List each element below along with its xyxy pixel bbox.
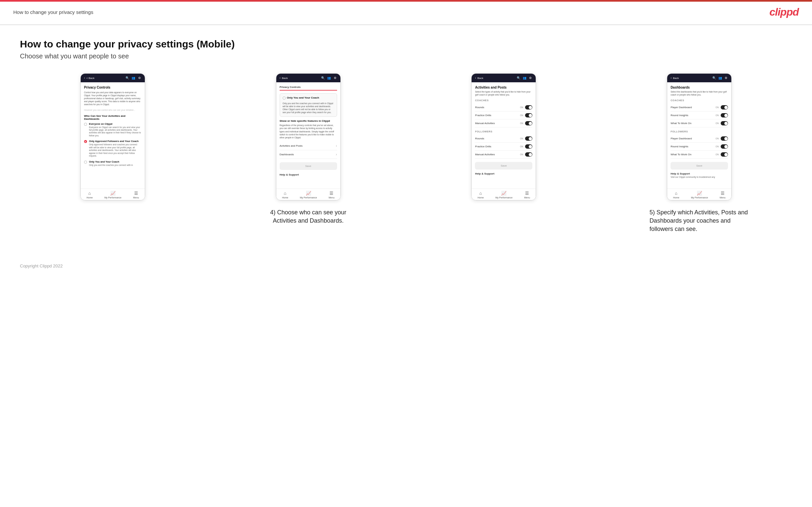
coaches-drills-label-3: Practice Drills [475,114,491,117]
search-icon-1[interactable]: 🔍 [125,76,130,80]
phone-header-4: ‹ Back 🔍 👥 ⚙ [667,74,731,82]
search-icon-4[interactable]: 🔍 [712,76,716,80]
save-button-2[interactable]: Save [280,162,337,170]
dashboards-title-4: Dashboards [670,86,728,89]
radio-desc-followers: Only approved followers and coaches you … [89,143,142,157]
toggle-coaches-rounds[interactable] [525,105,532,110]
search-icon-3[interactable]: 🔍 [516,76,520,80]
footer-menu-label-3: Menu [524,196,530,199]
settings-icon-2[interactable]: ⚙ [333,76,337,80]
help-row-3: Help & Support [475,172,532,175]
phone-back-4[interactable]: ‹ Back [670,76,679,79]
toggle-coaches-work[interactable] [721,121,728,125]
radio-option-coach[interactable]: Only You and Your Coach Only you and the… [84,160,142,167]
save-button-4[interactable]: Save [670,162,728,170]
toggle-followers-manual[interactable] [525,152,532,157]
phone-header-icons-3: 🔍 👥 ⚙ [516,76,532,80]
footer-home-label-4: Home [673,196,679,199]
footer-home-label-3: Home [477,196,484,199]
radio-circle-followers[interactable] [84,140,87,143]
coaches-player-label-4: Player Dashboard [670,106,692,109]
toggle-right-followers-insights: ON [715,144,728,149]
radio-circle-everyone[interactable] [84,123,87,126]
footer-perf-3[interactable]: 📈 My Performance [496,191,512,199]
phone-2: ‹ Back 🔍 👥 ⚙ Privacy Controls [276,73,341,201]
phone-back-1[interactable]: ‹ < Back [84,76,95,79]
phone-back-3[interactable]: ‹ Back [475,76,483,79]
people-icon-1[interactable]: 👥 [132,76,136,80]
footer-perf-2[interactable]: 📈 My Performance [300,191,317,199]
on-label-followers-manual: ON [520,153,523,156]
footer-home-3[interactable]: ⌂ Home [477,191,484,199]
home-icon-3: ⌂ [479,191,482,196]
page-heading: How to change your privacy settings (Mob… [20,39,792,50]
footer-menu-3[interactable]: ☰ Menu [524,191,530,199]
toggle-coaches-drills-3: Practice Drills ON [475,111,532,119]
on-label-coaches-rounds: ON [520,106,523,109]
settings-icon-1[interactable]: ⚙ [138,76,142,80]
screenshot-group-2: ‹ Back 🔍 👥 ⚙ Privacy Controls [215,73,401,225]
menu-icon-1: ☰ [134,191,138,196]
toggle-followers-work[interactable] [721,152,728,157]
toggle-coaches-player[interactable] [721,105,728,110]
people-icon-4[interactable]: 👥 [718,76,722,80]
toggle-followers-insights[interactable] [721,144,728,149]
toggle-coaches-manual[interactable] [525,121,532,125]
people-icon-2[interactable]: 👥 [327,76,331,80]
save-button-3[interactable]: Save [475,162,532,170]
settings-icon-4[interactable]: ⚙ [724,76,728,80]
section-heading-1: Who Can See Your Activities and Dashboar… [84,114,142,120]
top-bar-title: How to change your privacy settings [13,9,93,15]
footer-menu-1[interactable]: ☰ Menu [133,191,139,199]
phone-header-icons-4: 🔍 👥 ⚙ [712,76,728,80]
settings-icon-3[interactable]: ⚙ [528,76,532,80]
caption-2: 5) Specify which Activities, Posts and D… [650,208,749,234]
menu-dashboards-2[interactable]: Dashboards › [280,150,337,159]
phone-body-1: Privacy Controls Control how you and you… [81,82,145,188]
toggle-followers-drills[interactable] [525,144,532,149]
back-arrow-icon-2: ‹ [280,76,281,79]
chevron-activities-2: › [336,144,337,148]
toggle-followers-rounds[interactable] [525,136,532,141]
footer-home-1[interactable]: ⌂ Home [86,191,93,199]
radio-desc-coach: Only you and the coaches you connect wit… [89,164,133,167]
back-arrow-icon-3: ‹ [475,76,476,79]
footer-perf-1[interactable]: 📈 My Performance [104,191,121,199]
radio-option-followers[interactable]: Only Approved Followers and Your Coach O… [84,140,142,157]
radio-circle-coach[interactable] [84,161,87,164]
help-desc-4: Visit our Clippd community to troublesho… [670,176,728,178]
top-bar: How to change your privacy settings clip… [0,0,812,25]
phone-header-icons-2: 🔍 👥 ⚙ [321,76,337,80]
privacy-tab-2[interactable]: Privacy Controls [280,86,301,89]
toggle-followers-player-4: Player Dashboard ON [670,135,728,143]
menu-activities-2[interactable]: Activities and Posts › [280,142,337,150]
on-label-followers-insights: ON [715,145,719,148]
perf-icon-1: 📈 [110,191,115,196]
popup-radio-circle-2[interactable] [283,97,286,100]
phone-back-2[interactable]: ‹ Back [280,76,288,79]
footer-home-2[interactable]: ⌂ Home [282,191,288,199]
toggle-coaches-insights[interactable] [721,113,728,117]
search-icon-2[interactable]: 🔍 [321,76,325,80]
radio-option-everyone[interactable]: Everyone on Clippd Everyone on Clippd ca… [84,122,142,137]
home-icon-2: ⌂ [284,191,287,196]
people-icon-3[interactable]: 👥 [522,76,526,80]
toggle-coaches-drills[interactable] [525,113,532,117]
footer-home-4[interactable]: ⌂ Home [673,191,679,199]
coaches-manual-label-3: Manual Activities [475,122,495,125]
footer-menu-2[interactable]: ☰ Menu [329,191,335,199]
privacy-desc-2: However you can control who can see your… [84,109,142,111]
back-label-1: < Back [86,77,95,79]
on-label-followers-drills: ON [520,145,523,148]
dashboards-desc-4: Select the dashboards that you'd like to… [670,90,728,96]
phone-header-3: ‹ Back 🔍 👥 ⚙ [471,74,536,82]
toggle-followers-insights-4: Round Insights ON [670,143,728,151]
menu-icon-4: ☰ [721,191,725,196]
followers-rounds-label-3: Rounds [475,137,484,140]
toggle-coaches-work-4: What To Work On ON [670,119,728,127]
menu-icon-3: ☰ [525,191,529,196]
footer-perf-4[interactable]: 📈 My Performance [691,191,708,199]
toggle-right-followers-work: ON [715,152,728,157]
footer-menu-4[interactable]: ☰ Menu [720,191,726,199]
toggle-followers-player[interactable] [721,136,728,141]
